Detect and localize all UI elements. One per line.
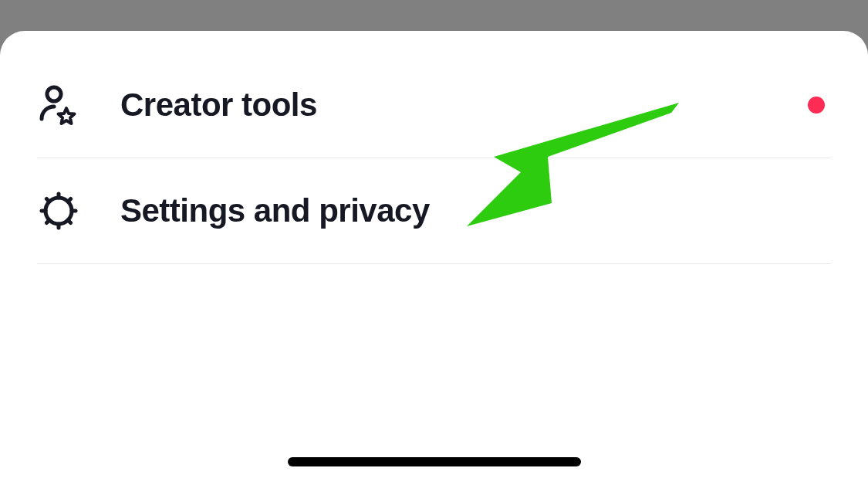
menu-item-settings-privacy[interactable]: Settings and privacy [0,158,868,263]
svg-line-9 [46,220,49,223]
svg-line-7 [68,220,71,223]
menu-item-label: Settings and privacy [120,192,430,229]
menu-item-creator-tools[interactable]: Creator tools [0,53,868,158]
notification-dot [808,97,825,114]
menu-item-label: Creator tools [120,86,317,124]
user-star-icon [37,83,80,127]
svg-line-6 [46,198,49,202]
gear-icon [37,189,80,232]
divider [37,263,831,264]
svg-point-0 [47,87,61,101]
menu-item-content: Creator tools [37,83,808,127]
home-indicator [288,457,581,466]
svg-line-8 [68,198,71,202]
bottom-sheet: Creator tools [0,31,868,485]
menu-item-content: Settings and privacy [37,189,831,232]
